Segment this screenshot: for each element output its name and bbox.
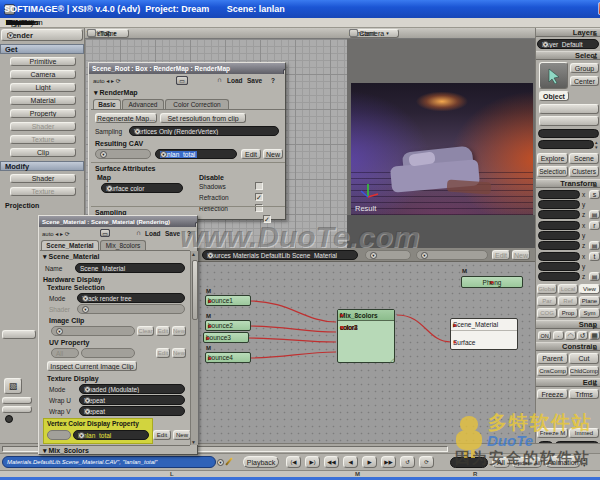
render-tree-cav-field[interactable]: ▾ <box>416 250 488 260</box>
next-icon[interactable]: ▸ <box>60 231 63 237</box>
update-all-button[interactable]: Update All <box>512 457 542 468</box>
translate-x-field[interactable] <box>538 252 580 261</box>
output-port-icon[interactable]: ● <box>453 322 457 328</box>
new-button[interactable]: New <box>263 149 283 159</box>
toolbar-button[interactable]: Property <box>10 109 76 118</box>
toolbar-button[interactable]: Primitive <box>10 57 76 66</box>
toolbar-button[interactable] <box>2 397 32 404</box>
translate-options-button[interactable]: ▤ <box>589 272 600 281</box>
tab-color-correction[interactable]: Color Correction <box>165 99 229 109</box>
scrollbar-thumb[interactable] <box>192 260 198 320</box>
transport-button[interactable]: ▶ <box>362 456 377 468</box>
lock-icon[interactable]: ∩ <box>136 229 141 236</box>
parent-button[interactable]: Parent <box>537 353 568 364</box>
viewport-a-resize-button[interactable] <box>87 29 96 37</box>
node-phong[interactable]: Phong ▶● <box>461 276 523 288</box>
cube-icon[interactable]: ▧ <box>4 378 22 394</box>
toolbar-button[interactable]: Texture <box>10 187 76 196</box>
rendermap-section[interactable]: ▾ RenderMap <box>94 89 138 97</box>
dialog-scrollbar[interactable]: ▲ ▼ <box>190 251 198 445</box>
selection-filter-button[interactable] <box>539 104 599 114</box>
local-mode-button[interactable]: Local <box>558 284 578 294</box>
node-input-port[interactable]: ● Surface <box>451 337 475 347</box>
scene-button[interactable]: Scene <box>569 153 599 164</box>
get-section-header[interactable]: Get <box>0 44 84 54</box>
edit-button[interactable]: Edit <box>156 326 170 336</box>
close-icon[interactable]: × <box>195 222 197 228</box>
transport-button[interactable]: ▶) <box>305 456 320 468</box>
tab-basic[interactable]: Basic <box>93 99 121 109</box>
spinner-down-icon[interactable]: ▾ <box>595 144 598 150</box>
update-mode-dropdown[interactable]: auto ◂ ▸ ⟳ <box>42 230 70 237</box>
output-port-icon[interactable]: ● <box>206 335 210 341</box>
pencil-icon[interactable] <box>225 457 232 465</box>
cut-button[interactable]: Cut <box>569 353 599 364</box>
selection-field[interactable] <box>538 129 599 138</box>
node-header[interactable]: Scene_Material ▶● <box>451 319 517 331</box>
clear-button[interactable]: Clear <box>137 326 154 336</box>
explore-button[interactable]: Explore <box>537 153 568 164</box>
toolbar-button[interactable]: Texture <box>10 135 76 144</box>
chevron-down-icon[interactable]: ▾ <box>217 459 224 466</box>
animation-button[interactable]: Animation <box>545 456 581 468</box>
toolbar-button[interactable]: Camera <box>10 70 76 79</box>
view-mode-button[interactable]: View <box>579 284 600 294</box>
scroll-up-icon[interactable]: ▲ <box>191 251 196 257</box>
transport-button[interactable]: ↺ <box>400 456 415 468</box>
global-mode-button[interactable]: Global <box>537 284 557 294</box>
command-field[interactable]: Materials.DefaultLib.Scene_Material.CAV"… <box>2 456 216 468</box>
node-bounce4[interactable]: bounce4▶● <box>205 352 251 363</box>
scale-x-field[interactable] <box>538 190 580 199</box>
resize-handle-icon[interactable]: ◿ <box>389 356 394 363</box>
color-swatch[interactable] <box>5 415 13 423</box>
snap-rotate-icon[interactable]: ↺ <box>577 331 588 340</box>
output-port-icon[interactable]: ● <box>340 312 344 318</box>
translate-z-field[interactable] <box>538 272 580 281</box>
all-button[interactable]: All <box>492 457 510 468</box>
snap-header[interactable]: ◣Snap <box>536 320 600 329</box>
node-bounce3[interactable]: bounce3▶● <box>203 332 249 343</box>
update-mode-dropdown[interactable]: auto ◂ ▸ ⟳ <box>93 77 121 84</box>
new-button[interactable]: New <box>172 348 186 358</box>
toolbar-mode-switcher[interactable]: Render ▾ <box>1 29 83 41</box>
layers-header[interactable]: ◣Layers <box>536 28 600 37</box>
rotate-z-field[interactable] <box>538 241 580 250</box>
rotate-button[interactable]: r <box>589 221 600 230</box>
center-button[interactable]: Center <box>570 76 599 86</box>
plane-mode-button[interactable]: Plane <box>579 296 600 306</box>
next-icon[interactable]: ▸ <box>111 78 114 84</box>
select-tool-button[interactable] <box>539 62 568 89</box>
cnscomp-button[interactable]: CnsComp <box>537 366 568 376</box>
render-tree-path-dropdown[interactable]: Sources Materials DefaultLib Scene_Mater… <box>202 250 358 260</box>
transport-button[interactable]: ▶▶ <box>381 456 396 468</box>
transport-button[interactable]: ◀◀ <box>324 456 339 468</box>
transport-button[interactable]: ◀ <box>343 456 358 468</box>
set-resolution-button[interactable]: Set resolution from clip <box>160 113 246 123</box>
uv-field[interactable] <box>81 348 135 358</box>
scene-material-section[interactable]: ▾ Scene_Material <box>43 253 99 261</box>
wrap-v-dropdown[interactable]: Repeat▾ <box>79 406 185 416</box>
rotate-options-button[interactable]: ▤ <box>589 241 600 250</box>
node-bounce1[interactable]: bounce1▶● <box>205 295 251 306</box>
translate-button[interactable]: t <box>589 252 600 261</box>
cav-source-dropdown[interactable]: ▾ <box>95 149 151 159</box>
load-button[interactable]: Load <box>145 230 161 237</box>
transport-button[interactable]: (◀ <box>286 456 301 468</box>
prop-button[interactable]: Prop <box>558 308 578 318</box>
group-button[interactable]: Group <box>570 63 599 73</box>
nav-float-icon[interactable]: ▭ <box>176 76 188 85</box>
viewport-b-resize-button[interactable] <box>349 29 358 37</box>
name-field[interactable]: Scene_Material <box>75 263 185 273</box>
transport-button[interactable]: ⟳ <box>419 456 434 468</box>
toolbar-button[interactable] <box>2 406 32 413</box>
snap-point-icon[interactable]: ∙ <box>553 331 564 340</box>
toolbar-button[interactable]: Shader <box>10 174 76 183</box>
cav-name-field[interactable]: lanlan_total ▾ <box>155 149 237 159</box>
uv-dropdown[interactable]: All <box>51 348 79 358</box>
tab-mix-8colors[interactable]: Mix_8colors <box>100 240 146 250</box>
node-input-port[interactable]: ● color4 <box>338 322 358 332</box>
prev-icon[interactable]: ◂ <box>106 78 109 84</box>
toolbar-button[interactable]: Material <box>10 96 76 105</box>
viewport-b-canvas[interactable]: Result <box>347 39 535 215</box>
save-button[interactable]: Save <box>165 230 180 237</box>
